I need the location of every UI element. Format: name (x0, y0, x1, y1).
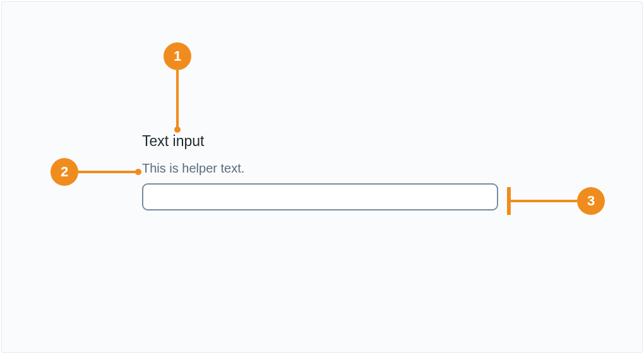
annotation-number: 1 (174, 48, 181, 64)
text-input[interactable] (142, 183, 498, 211)
diagram-canvas: 1 2 3 Text input This is helper text. (1, 1, 643, 353)
annotation-endpoint-1 (174, 126, 181, 133)
text-input-field-group: Text input This is helper text. (142, 133, 498, 211)
helper-text: This is helper text. (142, 161, 498, 176)
annotation-endpoint-2 (135, 169, 141, 175)
field-label: Text input (142, 133, 498, 150)
annotation-badge-3: 3 (577, 187, 605, 215)
annotation-connector-2 (78, 171, 136, 173)
annotation-connector-3 (509, 200, 577, 202)
annotation-endcap-3 (507, 187, 511, 215)
annotation-badge-1: 1 (164, 42, 191, 70)
annotation-number: 2 (61, 164, 68, 180)
annotation-connector-1 (176, 70, 179, 128)
annotation-number: 3 (587, 193, 595, 209)
annotation-badge-2: 2 (51, 158, 78, 186)
